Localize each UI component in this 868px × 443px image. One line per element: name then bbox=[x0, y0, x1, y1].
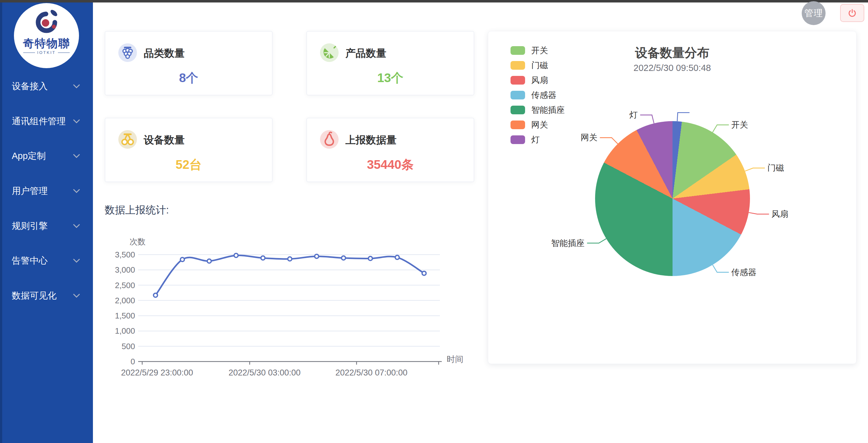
brand-swirl-icon bbox=[31, 6, 62, 37]
cherry-icon bbox=[118, 130, 137, 149]
stat-card-devices: 设备数量 52台 bbox=[105, 118, 273, 182]
sidebar-item-label: 设备接入 bbox=[12, 80, 48, 93]
pie-slice-label: 门磁 bbox=[767, 163, 784, 172]
sidebar-item-label: 数据可见化 bbox=[12, 290, 57, 302]
lemon-icon bbox=[320, 43, 339, 62]
sidebar-menu: 设备接入 通讯组件管理 App定制 用户管理 规则引擎 告警中心 数据可见化 bbox=[0, 69, 93, 313]
svg-text:次数: 次数 bbox=[129, 237, 146, 246]
svg-text:2022/5/30 03:00:00: 2022/5/30 03:00:00 bbox=[228, 368, 301, 377]
stat-card-products: 产品数量 13个 bbox=[306, 31, 474, 95]
svg-text:500: 500 bbox=[122, 342, 135, 351]
pie-slice-label: 开关 bbox=[732, 120, 748, 129]
power-icon bbox=[847, 8, 857, 18]
svg-text:1,500: 1,500 bbox=[115, 311, 135, 320]
sidebar-item-alarm-center[interactable]: 告警中心 bbox=[0, 244, 93, 279]
sidebar: 奇特物聯 IOTKIT 设备接入 通讯组件管理 App定制 用户管理 规则引擎 … bbox=[0, 2, 93, 443]
pie-slice-label: 风扇 bbox=[771, 210, 788, 219]
stat-value: 8个 bbox=[105, 69, 272, 87]
chevron-down-icon bbox=[73, 119, 80, 124]
chevron-down-icon bbox=[73, 84, 80, 89]
brand-rule-right bbox=[58, 52, 70, 53]
svg-text:2022/5/30 07:00:00: 2022/5/30 07:00:00 bbox=[336, 368, 408, 377]
stat-card-reported-data: 上报数据量 35440条 bbox=[306, 118, 474, 182]
pie-chart-card: 设备数量分布 2022/5/30 09:50:48 开关门磁风扇传感器智能插座网… bbox=[488, 31, 857, 364]
sidebar-item-label: 用户管理 bbox=[12, 185, 48, 197]
svg-text:时间: 时间 bbox=[447, 355, 463, 364]
sidebar-item-label: App定制 bbox=[12, 150, 46, 162]
sidebar-item-comm-components[interactable]: 通讯组件管理 bbox=[0, 104, 93, 139]
stat-card-categories: 品类数量 8个 bbox=[105, 31, 273, 95]
line-chart-canvas: 05001,0001,5002,0002,5003,0003,500次数2022… bbox=[104, 234, 476, 379]
pie-slice-label: 传感器 bbox=[731, 268, 756, 277]
logout-button[interactable] bbox=[840, 4, 864, 22]
stat-title: 上报数据量 bbox=[345, 133, 397, 147]
stat-title: 品类数量 bbox=[144, 46, 185, 60]
chevron-down-icon bbox=[73, 259, 80, 263]
stat-value: 52台 bbox=[105, 156, 272, 173]
pie-slice-label: 灯 bbox=[629, 110, 638, 120]
brand-subtitle-text: IOTKIT bbox=[37, 50, 56, 55]
brand-rule-left bbox=[23, 52, 35, 53]
svg-text:3,500: 3,500 bbox=[115, 250, 135, 259]
sidebar-item-device-access[interactable]: 设备接入 bbox=[0, 69, 93, 104]
sidebar-item-label: 告警中心 bbox=[12, 255, 48, 267]
brand-logo: 奇特物聯 IOTKIT bbox=[14, 3, 79, 68]
chevron-down-icon bbox=[73, 294, 80, 298]
sidebar-item-label: 规则引擎 bbox=[12, 220, 48, 232]
window-top-strip bbox=[0, 0, 868, 2]
svg-text:3,000: 3,000 bbox=[115, 265, 135, 275]
chevron-down-icon bbox=[73, 189, 80, 193]
sidebar-item-data-visualization[interactable]: 数据可见化 bbox=[0, 279, 93, 314]
line-chart-section-title: 数据上报统计: bbox=[105, 203, 169, 217]
stat-title: 设备数量 bbox=[144, 133, 185, 147]
sidebar-item-label: 通讯组件管理 bbox=[12, 115, 66, 128]
pie-callout-overlay: 开关门磁风扇传感器智能插座网关灯 bbox=[488, 31, 857, 364]
brand-name: 奇特物聯 bbox=[14, 36, 79, 51]
stat-value: 35440条 bbox=[307, 156, 474, 173]
sidebar-item-app-custom[interactable]: App定制 bbox=[0, 139, 93, 174]
grapes-icon bbox=[118, 43, 137, 62]
stat-title: 产品数量 bbox=[345, 46, 386, 60]
line-chart[interactable]: 05001,0001,5002,0002,5003,0003,500次数2022… bbox=[104, 234, 476, 379]
svg-text:2022/5/29 23:00:00: 2022/5/29 23:00:00 bbox=[121, 368, 193, 377]
svg-text:2,000: 2,000 bbox=[115, 296, 135, 305]
chevron-down-icon bbox=[73, 154, 80, 158]
sidebar-item-user-mgmt[interactable]: 用户管理 bbox=[0, 174, 93, 209]
sidebar-item-rule-engine[interactable]: 规则引擎 bbox=[0, 209, 93, 244]
pear-icon bbox=[320, 130, 339, 149]
brand-subtitle: IOTKIT bbox=[14, 50, 79, 55]
svg-text:0: 0 bbox=[131, 357, 135, 366]
dashboard-screen: 奇特物聯 IOTKIT 设备接入 通讯组件管理 App定制 用户管理 规则引擎 … bbox=[0, 0, 868, 443]
avatar[interactable]: 管理 bbox=[802, 1, 826, 25]
chevron-down-icon bbox=[73, 224, 80, 228]
svg-text:2,500: 2,500 bbox=[115, 281, 135, 290]
pie-slice-label: 智能插座 bbox=[551, 239, 585, 248]
svg-text:1,000: 1,000 bbox=[115, 326, 135, 336]
pie-slice-label: 网关 bbox=[581, 133, 597, 142]
stat-value: 13个 bbox=[307, 69, 474, 87]
